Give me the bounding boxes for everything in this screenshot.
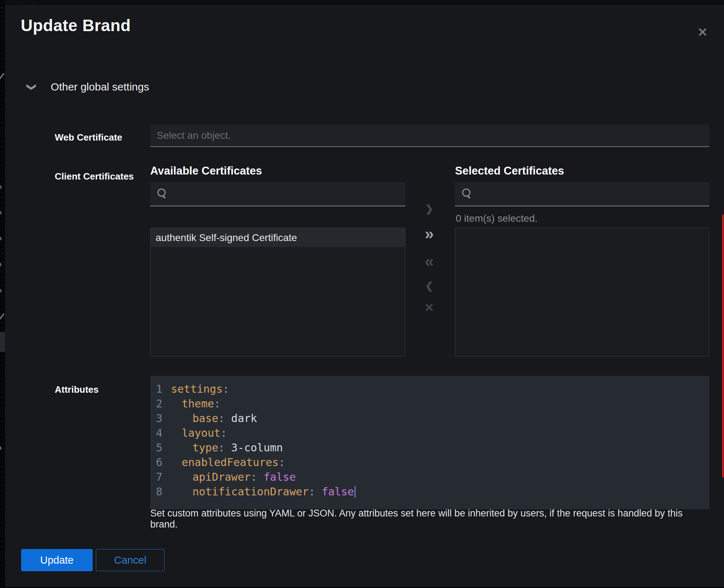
available-search — [150, 182, 405, 206]
chevron-right-icon: › — [0, 181, 2, 192]
remove-selected-button[interactable]: ❮ — [425, 281, 433, 291]
check-icon: ✓ — [0, 70, 5, 83]
code-line: 6enabledFeatures: — [150, 455, 709, 470]
cancel-button[interactable]: Cancel — [96, 549, 165, 571]
code-line: 2theme: — [150, 396, 709, 411]
code-line: 1settings: — [150, 382, 709, 396]
web-certificate-label: Web Certificate — [55, 132, 122, 143]
available-search-input[interactable] — [150, 182, 405, 206]
dual-list-controls: ❯»«❮✕ — [419, 204, 440, 313]
selected-search — [455, 182, 709, 206]
code-line: 8notificationDrawer: false — [150, 484, 709, 499]
clear-selection-button[interactable]: ✕ — [425, 302, 434, 313]
selected-certificates-list[interactable] — [455, 228, 709, 357]
selected-certificates-column: Selected Certificates 0 item(s) selected… — [455, 165, 709, 177]
web-certificate-input[interactable] — [150, 125, 709, 147]
available-certificates-list[interactable]: authentik Self-signed Certificate — [150, 228, 405, 357]
chevron-right-icon: › — [0, 232, 2, 244]
sidebar-selected-item-fragment — [0, 332, 5, 352]
attributes-help-text: Set custom attributes using YAML or JSON… — [150, 508, 698, 530]
certificate-list-item[interactable]: authentik Self-signed Certificate — [151, 228, 405, 247]
chevron-down-icon: ❯ — [26, 83, 37, 91]
attributes-code-editor[interactable]: 1settings:2theme:3base: dark4layout:5typ… — [150, 376, 709, 509]
attributes-label: Attributes — [55, 384, 99, 395]
text-cursor — [354, 486, 356, 498]
right-edge-indicator — [722, 215, 724, 477]
selected-certificates-header: Selected Certificates — [455, 165, 709, 177]
add-all-button[interactable]: » — [425, 225, 434, 242]
chevron-right-icon: › — [0, 285, 2, 296]
available-certificates-header: Available Certificates — [150, 165, 405, 177]
code-line: 4layout: — [150, 426, 709, 440]
selected-count-status: 0 item(s) selected. — [456, 213, 538, 224]
check-icon: ✓ — [0, 310, 5, 323]
page-underlay-top — [0, 0, 724, 5]
code-line: 3base: dark — [150, 411, 709, 426]
expander-label: Other global settings — [51, 81, 149, 93]
chevron-right-icon: › — [0, 442, 2, 453]
code-line: 7apiDrawer: false — [150, 470, 709, 484]
code-line: 5type: 3-column — [150, 440, 709, 455]
add-selected-button[interactable]: ❯ — [425, 204, 433, 214]
available-certificates-column: Available Certificates authentik Self-si… — [150, 165, 405, 177]
modal-title: Update Brand — [21, 16, 131, 35]
chevron-right-icon: › — [0, 207, 2, 218]
update-button[interactable]: Update — [21, 549, 93, 571]
selected-search-input[interactable] — [455, 182, 709, 206]
chevron-right-icon: › — [0, 259, 2, 270]
update-brand-modal: Update Brand ✕ ❯ Other global settings W… — [5, 5, 724, 587]
page-underlay-sidebar: ✓›››››✓› — [0, 0, 5, 588]
client-certificates-label: Client Certificates — [55, 171, 134, 182]
remove-all-button[interactable]: « — [425, 253, 434, 269]
close-icon[interactable]: ✕ — [694, 24, 711, 41]
other-global-settings-expander[interactable]: ❯ Other global settings — [28, 81, 149, 93]
